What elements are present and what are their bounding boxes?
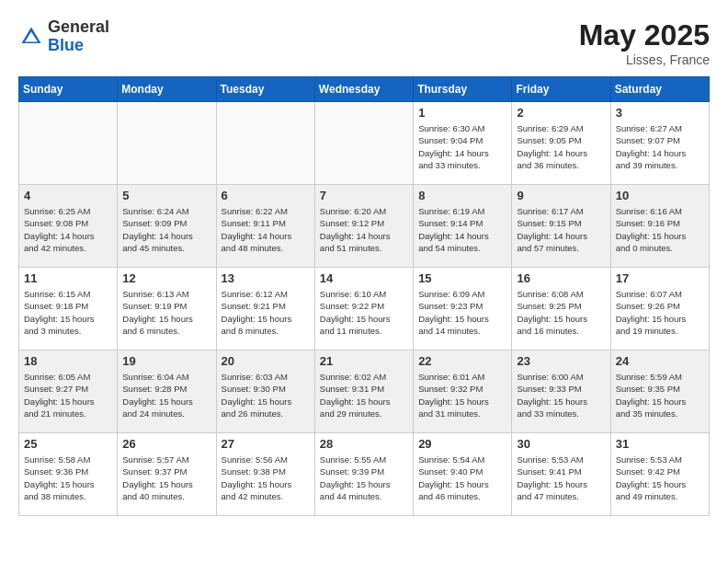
empty-cell (216, 102, 314, 185)
day-number: 14 (320, 271, 408, 285)
day-cell-26: 26Sunrise: 5:57 AM Sunset: 9:37 PM Dayli… (118, 433, 216, 516)
day-number: 8 (418, 189, 506, 202)
day-number: 24 (616, 354, 704, 368)
day-info: Sunrise: 6:29 AM Sunset: 9:05 PM Dayligh… (517, 122, 605, 171)
day-info: Sunrise: 5:57 AM Sunset: 9:37 PM Dayligh… (122, 454, 210, 502)
logo-blue-text: Blue (48, 36, 84, 54)
day-number: 3 (616, 106, 704, 120)
day-info: Sunrise: 6:15 AM Sunset: 9:18 PM Dayligh… (24, 288, 112, 337)
day-cell-31: 31Sunrise: 5:53 AM Sunset: 9:42 PM Dayli… (610, 433, 709, 516)
day-number: 23 (517, 354, 605, 368)
day-cell-6: 6Sunrise: 6:22 AM Sunset: 9:11 PM Daylig… (216, 185, 314, 268)
day-number: 25 (24, 437, 112, 451)
day-cell-29: 29Sunrise: 5:54 AM Sunset: 9:40 PM Dayli… (414, 433, 512, 516)
day-info: Sunrise: 6:19 AM Sunset: 9:14 PM Dayligh… (418, 205, 506, 254)
day-info: Sunrise: 6:00 AM Sunset: 9:33 PM Dayligh… (517, 371, 605, 419)
day-info: Sunrise: 6:05 AM Sunset: 9:27 PM Dayligh… (24, 371, 112, 419)
day-number: 10 (616, 189, 704, 202)
day-number: 21 (320, 354, 408, 368)
day-cell-3: 3Sunrise: 6:27 AM Sunset: 9:07 PM Daylig… (610, 102, 709, 185)
day-cell-12: 12Sunrise: 6:13 AM Sunset: 9:19 PM Dayli… (118, 268, 216, 350)
location: Lisses, France (579, 52, 710, 67)
day-info: Sunrise: 6:25 AM Sunset: 9:08 PM Dayligh… (24, 205, 112, 254)
day-cell-24: 24Sunrise: 5:59 AM Sunset: 9:35 PM Dayli… (610, 350, 709, 433)
day-cell-16: 16Sunrise: 6:08 AM Sunset: 9:25 PM Dayli… (512, 268, 610, 350)
day-number: 13 (222, 271, 310, 285)
day-number: 7 (320, 189, 408, 202)
day-info: Sunrise: 6:27 AM Sunset: 9:07 PM Dayligh… (616, 122, 704, 171)
day-number: 2 (517, 106, 605, 120)
weekday-header-thursday: Thursday (414, 77, 512, 102)
title-block: May 2025 Lisses, France (579, 18, 710, 67)
day-cell-18: 18Sunrise: 6:05 AM Sunset: 9:27 PM Dayli… (19, 350, 118, 433)
day-number: 11 (24, 271, 112, 285)
day-info: Sunrise: 6:09 AM Sunset: 9:23 PM Dayligh… (418, 288, 506, 337)
day-cell-10: 10Sunrise: 6:16 AM Sunset: 9:16 PM Dayli… (610, 185, 709, 268)
day-cell-2: 2Sunrise: 6:29 AM Sunset: 9:05 PM Daylig… (512, 102, 610, 185)
day-cell-8: 8Sunrise: 6:19 AM Sunset: 9:14 PM Daylig… (414, 185, 512, 268)
day-cell-20: 20Sunrise: 6:03 AM Sunset: 9:30 PM Dayli… (216, 350, 314, 433)
day-info: Sunrise: 5:55 AM Sunset: 9:39 PM Dayligh… (320, 454, 408, 502)
day-cell-25: 25Sunrise: 5:58 AM Sunset: 9:36 PM Dayli… (19, 433, 118, 516)
day-number: 26 (122, 437, 210, 451)
calendar: SundayMondayTuesdayWednesdayThursdayFrid… (18, 76, 710, 516)
day-number: 28 (320, 437, 408, 451)
day-info: Sunrise: 6:08 AM Sunset: 9:25 PM Dayligh… (517, 288, 605, 337)
day-info: Sunrise: 5:54 AM Sunset: 9:40 PM Dayligh… (418, 454, 506, 502)
day-info: Sunrise: 6:16 AM Sunset: 9:16 PM Dayligh… (616, 205, 704, 254)
day-number: 20 (222, 354, 310, 368)
page-header: General Blue May 2025 Lisses, France (18, 18, 710, 67)
day-info: Sunrise: 6:13 AM Sunset: 9:19 PM Dayligh… (122, 288, 210, 337)
logo-text: General Blue (48, 18, 109, 55)
day-cell-30: 30Sunrise: 5:53 AM Sunset: 9:41 PM Dayli… (512, 433, 610, 516)
day-cell-15: 15Sunrise: 6:09 AM Sunset: 9:23 PM Dayli… (414, 268, 512, 350)
day-info: Sunrise: 6:03 AM Sunset: 9:30 PM Dayligh… (222, 371, 310, 419)
day-info: Sunrise: 6:20 AM Sunset: 9:12 PM Dayligh… (320, 205, 408, 254)
day-number: 6 (222, 189, 310, 202)
empty-cell (118, 102, 216, 185)
week-row-1: 1Sunrise: 6:30 AM Sunset: 9:04 PM Daylig… (19, 102, 710, 185)
day-cell-19: 19Sunrise: 6:04 AM Sunset: 9:28 PM Dayli… (118, 350, 216, 433)
weekday-header-saturday: Saturday (610, 77, 709, 102)
day-info: Sunrise: 5:59 AM Sunset: 9:35 PM Dayligh… (616, 371, 704, 419)
day-number: 17 (616, 271, 704, 285)
day-info: Sunrise: 5:58 AM Sunset: 9:36 PM Dayligh… (24, 454, 112, 502)
empty-cell (19, 102, 118, 185)
day-cell-11: 11Sunrise: 6:15 AM Sunset: 9:18 PM Dayli… (19, 268, 118, 350)
day-cell-13: 13Sunrise: 6:12 AM Sunset: 9:21 PM Dayli… (216, 268, 314, 350)
week-row-3: 11Sunrise: 6:15 AM Sunset: 9:18 PM Dayli… (19, 268, 710, 350)
weekday-header-row: SundayMondayTuesdayWednesdayThursdayFrid… (19, 77, 710, 102)
week-row-2: 4Sunrise: 6:25 AM Sunset: 9:08 PM Daylig… (19, 185, 710, 268)
weekday-header-monday: Monday (118, 77, 216, 102)
day-cell-22: 22Sunrise: 6:01 AM Sunset: 9:32 PM Dayli… (414, 350, 512, 433)
weekday-header-sunday: Sunday (19, 77, 118, 102)
day-info: Sunrise: 6:07 AM Sunset: 9:26 PM Dayligh… (616, 288, 704, 337)
day-number: 29 (418, 437, 506, 451)
day-info: Sunrise: 6:22 AM Sunset: 9:11 PM Dayligh… (222, 205, 310, 254)
empty-cell (314, 102, 413, 185)
day-info: Sunrise: 5:56 AM Sunset: 9:38 PM Dayligh… (222, 454, 310, 502)
day-info: Sunrise: 6:10 AM Sunset: 9:22 PM Dayligh… (320, 288, 408, 337)
day-number: 12 (122, 271, 210, 285)
week-row-5: 25Sunrise: 5:58 AM Sunset: 9:36 PM Dayli… (19, 433, 710, 516)
day-number: 9 (517, 189, 605, 202)
day-cell-23: 23Sunrise: 6:00 AM Sunset: 9:33 PM Dayli… (512, 350, 610, 433)
day-number: 19 (122, 354, 210, 368)
day-number: 27 (222, 437, 310, 451)
day-cell-5: 5Sunrise: 6:24 AM Sunset: 9:09 PM Daylig… (118, 185, 216, 268)
weekday-header-friday: Friday (512, 77, 610, 102)
day-info: Sunrise: 6:12 AM Sunset: 9:21 PM Dayligh… (222, 288, 310, 337)
day-number: 18 (24, 354, 112, 368)
day-cell-1: 1Sunrise: 6:30 AM Sunset: 9:04 PM Daylig… (414, 102, 512, 185)
logo-general-text: General (48, 17, 109, 36)
day-number: 30 (517, 437, 605, 451)
logo: General Blue (18, 18, 109, 55)
day-info: Sunrise: 6:01 AM Sunset: 9:32 PM Dayligh… (418, 371, 506, 419)
day-info: Sunrise: 5:53 AM Sunset: 9:42 PM Dayligh… (616, 454, 704, 502)
day-info: Sunrise: 5:53 AM Sunset: 9:41 PM Dayligh… (517, 454, 605, 502)
day-cell-9: 9Sunrise: 6:17 AM Sunset: 9:15 PM Daylig… (512, 185, 610, 268)
day-number: 15 (418, 271, 506, 285)
day-cell-28: 28Sunrise: 5:55 AM Sunset: 9:39 PM Dayli… (314, 433, 413, 516)
day-cell-14: 14Sunrise: 6:10 AM Sunset: 9:22 PM Dayli… (314, 268, 413, 350)
weekday-header-tuesday: Tuesday (216, 77, 314, 102)
